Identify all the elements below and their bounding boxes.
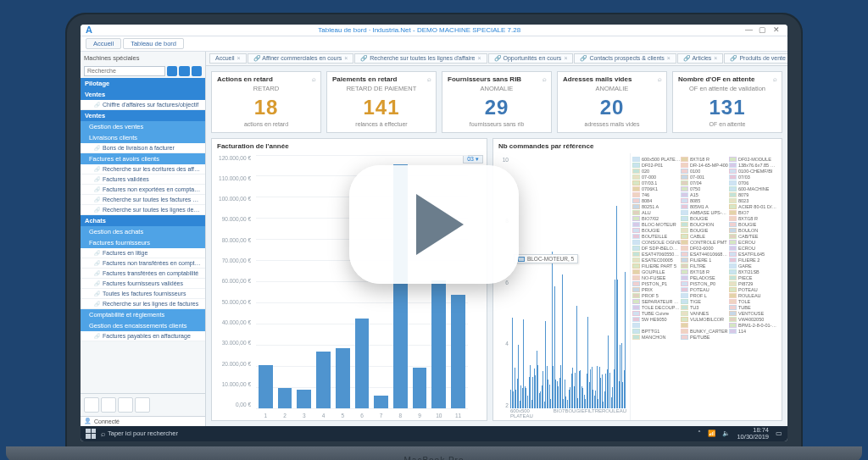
legend-item[interactable]: GOUPILLE: [632, 269, 681, 274]
legend-item[interactable]: ESAT47060550151: [632, 252, 681, 257]
legend-item[interactable]: ESATFIL645: [729, 252, 777, 257]
legend-item[interactable]: 80251 A: [632, 204, 681, 209]
legend-item[interactable]: BPM1-2-8-0-01-RAY: [729, 323, 777, 328]
legend-item[interactable]: PIECE: [729, 275, 777, 280]
legend-item[interactable]: [632, 323, 681, 328]
legend-item[interactable]: CONTROLE PMT: [681, 240, 729, 245]
legend-item[interactable]: BOUGIE: [632, 228, 681, 233]
breadcrumb-item[interactable]: Tableau de bord: [123, 38, 184, 49]
kpi-card[interactable]: ⌕ Paiements en retard RETARD DE PAIEMENT…: [326, 71, 437, 133]
legend-item[interactable]: 8085: [681, 198, 729, 203]
legend-item[interactable]: AMBASE UPS-1030: [681, 210, 729, 215]
legend-item[interactable]: 07/03: [729, 175, 777, 180]
tab-close-icon[interactable]: ×: [667, 55, 670, 61]
legend-item[interactable]: BLOC-MOTEUR: [632, 222, 681, 227]
taskbar-volume-icon[interactable]: 🔈: [722, 430, 730, 437]
legend-item[interactable]: 600-MACHINE: [729, 186, 777, 191]
legend-item[interactable]: 0750: [681, 186, 729, 191]
magnify-icon[interactable]: ⌕: [427, 75, 431, 83]
legend-item[interactable]: CAB/TEE: [729, 234, 777, 239]
taskbar-tray-caret-icon[interactable]: ˄: [698, 430, 701, 437]
sidebar-item[interactable]: Factures en litige: [81, 248, 205, 258]
sidebar-search-input[interactable]: [84, 66, 165, 76]
legend-item[interactable]: VW4002050: [729, 317, 777, 322]
sidebar-section[interactable]: Achats: [81, 215, 205, 226]
legend-item[interactable]: PE/TUBE: [681, 335, 729, 340]
legend-item[interactable]: 0706K1: [632, 186, 681, 191]
legend-item[interactable]: TUBE: [729, 305, 777, 310]
sidebar-search-more-icon[interactable]: [192, 66, 202, 76]
legend-item[interactable]: 114: [729, 329, 777, 334]
legend-item[interactable]: MANCHON: [632, 335, 681, 340]
legend-item[interactable]: POTEAU: [681, 287, 729, 292]
sidebar-subsection[interactable]: Gestion des ventes: [81, 121, 205, 132]
legend-item[interactable]: 8X7/21SB: [729, 269, 777, 274]
sidebar-subsection[interactable]: Gestion des encaissements clients: [81, 320, 205, 331]
bar[interactable]: [297, 390, 311, 408]
bar[interactable]: [431, 280, 446, 408]
legend-item[interactable]: TIGE: [681, 299, 729, 304]
sidebar-subsection[interactable]: Factures fournisseurs: [81, 237, 205, 248]
legend-item[interactable]: BOULON: [729, 228, 777, 233]
legend-item[interactable]: [681, 323, 729, 328]
legend-item[interactable]: GARE: [729, 263, 777, 269]
legend-item[interactable]: 5W HE9050: [632, 317, 681, 322]
sidebar-section[interactable]: Ventes: [81, 89, 205, 100]
taskbar-network-icon[interactable]: 📶: [708, 430, 715, 437]
document-tab[interactable]: Accueil×: [209, 53, 247, 64]
legend-item[interactable]: TOLE: [729, 299, 777, 304]
legend-item[interactable]: BOUGIE: [729, 222, 777, 227]
legend-item[interactable]: DR-14-65-MP-400: [681, 163, 729, 168]
sidebar-subsection[interactable]: Comptabilité et règlements: [81, 309, 205, 320]
legend-item[interactable]: 8079: [729, 192, 777, 197]
sidebar-subsection[interactable]: Livraisons clients: [81, 132, 205, 143]
legend-item[interactable]: DF SDP-BELOW-505-M05-WSM: [632, 246, 681, 251]
bar[interactable]: [355, 319, 370, 407]
ref-bar[interactable]: [518, 345, 519, 408]
sidebar-foot-btn-3[interactable]: [118, 397, 133, 413]
legend-item[interactable]: PRIX: [632, 287, 681, 292]
bar[interactable]: [336, 348, 350, 408]
sidebar-search-clear-icon[interactable]: [167, 66, 177, 76]
magnify-icon[interactable]: ⌕: [658, 75, 662, 83]
legend-item[interactable]: POTEAU: [729, 287, 777, 292]
legend-item[interactable]: FILIERE PART 5: [632, 263, 681, 269]
legend-item[interactable]: 600x500 PLATEAU: [632, 157, 681, 162]
legend-item[interactable]: 07/03.1: [632, 180, 681, 186]
legend-item[interactable]: FILTRE: [681, 263, 729, 269]
window-close-icon[interactable]: ✕: [771, 25, 782, 34]
sidebar-item[interactable]: Recherche sur les écritures des affaires: [81, 164, 205, 175]
bar[interactable]: [413, 368, 427, 408]
legend-item[interactable]: 8X7/18 R: [681, 157, 729, 162]
legend-item[interactable]: PI8729: [729, 281, 777, 286]
legend-item[interactable]: 805M1 A: [681, 204, 729, 209]
kpi-card[interactable]: ⌕ Adresses mails vides ANOMALIE 20 adres…: [557, 71, 667, 133]
bar[interactable]: [259, 365, 273, 407]
taskbar-search[interactable]: ⌕ Taper ici pour rechercher: [101, 430, 178, 438]
legend-item[interactable]: VANNES: [681, 311, 729, 316]
magnify-icon[interactable]: ⌕: [542, 75, 547, 83]
legend-item[interactable]: 0100-CHEMF/BI: [729, 169, 777, 174]
legend-item[interactable]: TU3: [681, 305, 729, 310]
tab-close-icon[interactable]: ×: [477, 55, 481, 61]
window-minimize-icon[interactable]: —: [743, 25, 755, 34]
sidebar-section[interactable]: Ventes: [81, 110, 205, 121]
document-tab[interactable]: 🔗 Contacts prospects & clients×: [574, 53, 676, 64]
tab-close-icon[interactable]: ×: [344, 55, 348, 61]
legend-item[interactable]: VULMOBILCOR: [681, 317, 729, 322]
sidebar-item[interactable]: Factures fournisseurs validées: [81, 279, 205, 289]
magnify-icon[interactable]: ⌕: [312, 75, 316, 83]
sidebar-item[interactable]: Toutes les factures fournisseurs: [81, 289, 205, 299]
legend-item[interactable]: 8023: [729, 198, 777, 203]
document-tab[interactable]: 🔗 Produits de vente×: [724, 53, 787, 64]
legend-item[interactable]: 07-000: [632, 175, 681, 180]
sidebar-subsection[interactable]: Gestion des achats: [81, 226, 205, 237]
bar[interactable]: [451, 295, 465, 408]
document-tab[interactable]: 🔗 Recherche sur toutes les lignes d'affa…: [354, 53, 487, 64]
legend-item[interactable]: 07-001: [681, 175, 729, 180]
legend-item[interactable]: FILIERE 1: [681, 258, 729, 263]
sidebar-item[interactable]: Factures non exportées en comptabilité: [81, 185, 205, 195]
document-tab[interactable]: 🔗 Articles×: [677, 53, 724, 64]
sidebar-section[interactable]: Pilotage: [81, 78, 205, 89]
legend-item[interactable]: VENTOUSE: [729, 311, 777, 316]
